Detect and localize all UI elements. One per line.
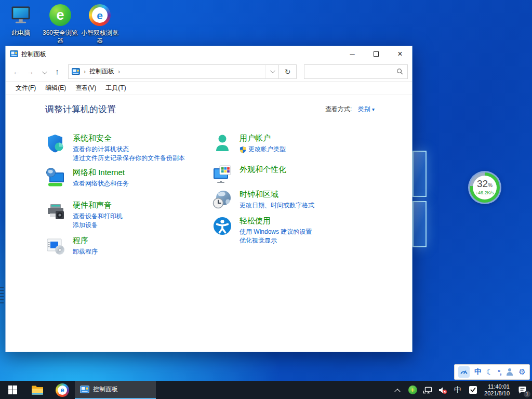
windows-logo-icon [8,385,17,394]
programs-icon[interactable] [45,235,66,256]
address-dropdown[interactable] [265,65,278,78]
user-accounts-icon[interactable] [212,133,233,154]
refresh-button[interactable]: ↻ [279,64,297,79]
menu-tools[interactable]: 工具(T) [101,84,130,92]
taskbar-task-control-panel[interactable]: 控制面板 [75,381,156,399]
tray-360-icon[interactable]: + [407,384,418,396]
hardware-sound-icon[interactable] [45,200,66,221]
control-panel-home: 调整计算机的设置 查看方式: 类别 ▾ [6,95,412,256]
tray-network-icon[interactable] [422,384,433,396]
net-speed-widget[interactable]: 32% ↓46.2K/s [468,171,501,204]
tray-security-check[interactable] [467,384,478,396]
desktop-icon-area: 此电脑 e 360安全浏览器 e 小智双核浏览器 [1,3,119,45]
view-by-selector[interactable]: 类别 ▾ [358,105,375,113]
desktop-icon-label: 360安全浏览器 [41,29,80,45]
start-button[interactable] [0,381,25,399]
ime-punctuation-icon[interactable]: °, [498,368,501,376]
category-title[interactable]: 硬件和声音 [73,200,112,210]
category-hardware-sound: 硬件和声音 查看设备和打印机 添加设备 [45,200,212,230]
category-link[interactable]: 通过文件历史记录保存你的文件备份副本 [73,154,185,163]
category-link[interactable]: 优化视觉显示 [240,236,312,245]
title-bar[interactable]: 控制面板 ─ × [6,46,412,62]
category-system-security: 系统和安全 查看你的计算机状态 通过文件历史记录保存你的文件备份副本 [45,133,212,163]
category-title[interactable]: 系统和安全 [73,133,112,143]
breadcrumb-item[interactable]: 控制面板 [89,67,114,76]
category-link[interactable]: 添加设备 [73,221,123,230]
tray-time: 11:40:01 [484,383,510,390]
minimize-button[interactable]: ─ [340,46,364,62]
menu-bar: 文件(F) 编辑(E) 查看(V) 工具(T) [6,82,412,95]
up-button[interactable]: ↑ [50,67,64,76]
uac-shield-icon [240,146,246,153]
menu-edit[interactable]: 编辑(E) [41,84,71,92]
search-input[interactable] [309,68,396,75]
forward-button[interactable]: → [23,67,37,76]
ime-speed-icon[interactable] [458,366,470,378]
address-bar[interactable]: › 控制面板 › [68,64,279,79]
net-speed-value: 46.2K/s [478,190,494,195]
tray-volume-muted[interactable] [437,384,448,396]
ime-fullwidth-moon-icon[interactable]: ☾ [486,367,493,377]
search-box[interactable] [304,64,408,79]
breadcrumb-separator: › [84,68,86,75]
category-title[interactable]: 轻松使用 [240,216,271,226]
action-center-button[interactable]: 1 [515,384,529,396]
browser-icon: e [56,383,69,397]
desktop-icon-360-browser[interactable]: e 360安全浏览器 [41,3,80,45]
net-percent: 32 [477,178,488,189]
ease-of-access-icon[interactable] [212,216,233,236]
menu-file[interactable]: 文件(F) [11,84,41,92]
desktop-icon-xiaozhi-browser[interactable]: e 小智双核浏览器 [80,3,119,45]
category-title[interactable]: 用户帐户 [240,133,271,143]
category-title[interactable]: 时钟和区域 [240,189,278,200]
desktop-icon-label: 小智双核浏览器 [80,29,119,45]
person-icon [506,368,514,376]
tray-input-indicator[interactable]: 中 [452,384,463,396]
category-link[interactable]: 查看网络状态和任务 [73,179,129,188]
folder-icon [31,385,44,395]
net-speed-ring: 32% ↓46.2K/s [470,172,500,203]
category-title[interactable]: 程序 [73,235,88,246]
network-internet-icon[interactable] [45,167,66,188]
taskbar-browser[interactable]: e [50,381,75,399]
tray-date: 2021/8/10 [484,390,510,397]
ime-profile-icon[interactable] [506,368,514,376]
navigation-bar: ← → ↑ › 控制面板 › ↻ [6,62,412,82]
category-link[interactable]: 更改日期、时间或数字格式 [240,201,314,210]
category-link[interactable]: 卸载程序 [73,247,98,256]
system-security-icon[interactable] [45,133,66,154]
ime-toolbar: 中 ☾ °, ⚙ [454,364,530,380]
taskbar-file-explorer[interactable] [25,381,50,399]
clock-region-icon[interactable] [212,189,233,210]
ime-language-icon[interactable]: 中 [474,367,482,377]
wallpaper-logo-pane-bottom [413,201,427,247]
close-button[interactable]: × [388,46,412,62]
menu-view[interactable]: 查看(V) [71,84,101,92]
back-button[interactable]: ← [10,67,23,76]
this-pc-icon [9,3,33,27]
maximize-button[interactable] [364,46,388,62]
category-clock-region: 时钟和区域 更改日期、时间或数字格式 [212,189,314,210]
chevron-up-icon [394,389,400,394]
appearance-personalization-icon[interactable] [212,164,233,185]
page-title: 调整计算机的设置 [45,103,116,115]
control-panel-icon [10,50,18,58]
tray-clock[interactable]: 11:40:01 2021/8/10 [482,383,512,397]
category-title[interactable]: 网络和 Internet [73,167,125,178]
category-user-accounts: 用户帐户 更改帐户类型 [212,133,314,154]
breadcrumb-separator: › [118,68,120,75]
notification-badge: 1 [524,391,530,397]
wallpaper-logo-pane-top [413,151,427,197]
antivirus-icon: + [408,385,417,394]
category-link[interactable]: 查看你的计算机状态 [73,145,185,154]
recent-pages-dropdown[interactable] [37,67,50,76]
system-tray: + 中 11:40:01 2021/8/1 [392,381,532,399]
check-square-icon [469,385,477,394]
category-title[interactable]: 外观和个性化 [240,164,286,175]
category-link[interactable]: 更改帐户类型 [240,145,286,154]
desktop-icon-this-pc[interactable]: 此电脑 [1,3,41,45]
tray-show-hidden-icons[interactable] [392,384,403,396]
category-link[interactable]: 使用 Windows 建议的设置 [240,228,312,236]
category-link[interactable]: 查看设备和打印机 [73,212,123,221]
ime-settings-gear-icon[interactable]: ⚙ [518,367,525,377]
